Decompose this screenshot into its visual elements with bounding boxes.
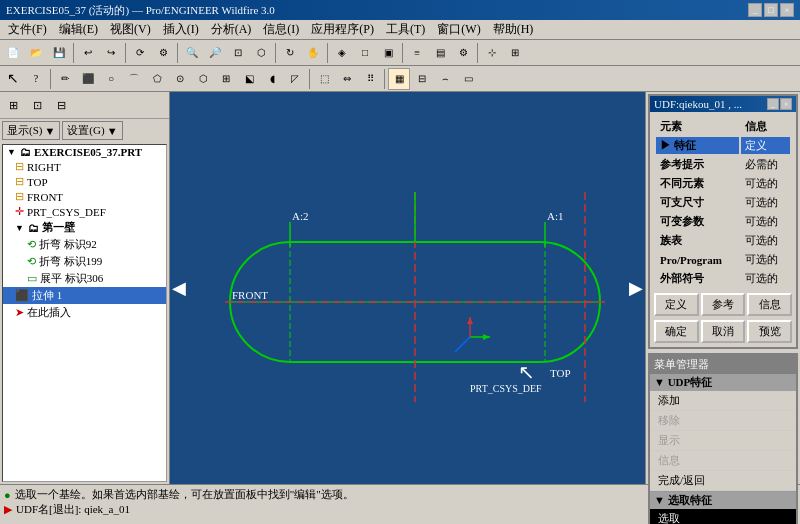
hidden-btn[interactable]: ▣ — [377, 42, 399, 64]
menu-tools[interactable]: 工具(T) — [380, 19, 431, 40]
sweep-btn[interactable]: ⌒ — [123, 68, 145, 90]
smt-flat-btn[interactable]: ▭ — [457, 68, 479, 90]
menu-analysis[interactable]: 分析(A) — [205, 19, 258, 40]
shell-btn[interactable]: ⬡ — [192, 68, 214, 90]
undo-btn[interactable]: ↩ — [77, 42, 99, 64]
save-btn[interactable]: 💾 — [48, 42, 70, 64]
smt-cut-btn[interactable]: ⊟ — [411, 68, 433, 90]
pan-btn[interactable]: ✋ — [302, 42, 324, 64]
settings-dropdown[interactable]: 设置(G) ▼ — [62, 121, 122, 140]
cut-btn[interactable]: ⬚ — [313, 68, 335, 90]
maximize-button[interactable]: □ — [764, 3, 778, 17]
redo-btn[interactable]: ↪ — [100, 42, 122, 64]
tree-icon-root: 🗂 — [20, 146, 31, 158]
select-btn[interactable]: ↖ — [2, 68, 24, 90]
expand-root: ▼ — [7, 147, 17, 157]
tree-icon3[interactable]: ⊟ — [50, 94, 72, 116]
udf-info-btn[interactable]: 信息 — [747, 293, 792, 316]
open-btn[interactable]: 📂 — [25, 42, 47, 64]
viewport[interactable]: ◀ ▶ A:2 A:1 FRONT — [170, 92, 645, 484]
pattern-btn[interactable]: ⠿ — [359, 68, 381, 90]
menu-window[interactable]: 窗口(W) — [431, 19, 486, 40]
menu-edit[interactable]: 编辑(E) — [53, 19, 104, 40]
model-btn[interactable]: ▤ — [429, 42, 451, 64]
shade-btn[interactable]: ◈ — [331, 42, 353, 64]
help-btn[interactable]: ? — [25, 68, 47, 90]
mirror-btn[interactable]: ⇔ — [336, 68, 358, 90]
tree-item-top[interactable]: ⊟ TOP — [3, 174, 166, 189]
tree-icon-flat306: ▭ — [27, 272, 37, 285]
tree-item-root[interactable]: ▼ 🗂 EXERCISE05_37.PRT — [3, 145, 166, 159]
layer-btn[interactable]: ≡ — [406, 42, 428, 64]
tree-icon-bend199: ⟲ — [27, 255, 36, 268]
mm-remove: 移除 — [650, 411, 796, 431]
menu-help[interactable]: 帮助(H) — [487, 19, 540, 40]
zoom-in-btn[interactable]: 🔍 — [181, 42, 203, 64]
udf-row-feature[interactable]: ▶ 特征 定义 — [656, 137, 790, 154]
tree-item-prt-csys[interactable]: ✛ PRT_CSYS_DEF — [3, 204, 166, 219]
mm-add[interactable]: 添加 — [650, 391, 796, 411]
tree-item-bend92[interactable]: ⟲ 折弯 标识92 — [3, 236, 166, 253]
revolve-btn[interactable]: ○ — [100, 68, 122, 90]
viewport-svg: A:2 A:1 FRONT TOP PRT_CSYS_DEF — [170, 92, 645, 484]
svg-text:PRT_CSYS_DEF: PRT_CSYS_DEF — [470, 383, 542, 394]
sketch-btn[interactable]: ✏ — [54, 68, 76, 90]
extrude-btn[interactable]: ⬛ — [77, 68, 99, 90]
menu-file[interactable]: 文件(F) — [2, 19, 53, 40]
tree-item-wall[interactable]: ▼ 🗂 第一壁 — [3, 219, 166, 236]
mm-section-udp: ▼ UDP特征 添加 移除 显示 信息 完成/返回 — [650, 374, 796, 492]
tree-icon2[interactable]: ⊡ — [26, 94, 48, 116]
new-btn[interactable]: 📄 — [2, 42, 24, 64]
orient-btn[interactable]: ⊹ — [481, 42, 503, 64]
tree-item-front[interactable]: ⊟ FRONT — [3, 189, 166, 204]
config-btn[interactable]: ⚙ — [452, 42, 474, 64]
display-dropdown[interactable]: 显示(S) ▼ — [2, 121, 60, 140]
tree-icon1[interactable]: ⊞ — [2, 94, 24, 116]
menu-insert[interactable]: 插入(I) — [157, 19, 205, 40]
rib-btn[interactable]: ⊞ — [215, 68, 237, 90]
tree-icon-csys: ✛ — [15, 205, 24, 218]
udf-row-symbol: 外部符号可选的 — [656, 270, 790, 287]
udf-minimize[interactable]: _ — [767, 98, 779, 110]
title-bar: EXERCISE05_37 (活动的) — Pro/ENGINEER Wildf… — [0, 0, 800, 20]
draft-btn[interactable]: ⬕ — [238, 68, 260, 90]
tree-item-bend199[interactable]: ⟲ 折弯 标识199 — [3, 253, 166, 270]
menu-info[interactable]: 信息(I) — [257, 19, 305, 40]
chamfer-btn[interactable]: ◸ — [284, 68, 306, 90]
sep4 — [275, 43, 276, 63]
smt-bend-btn[interactable]: ⌢ — [434, 68, 456, 90]
menu-apps[interactable]: 应用程序(P) — [305, 19, 380, 40]
menu-view[interactable]: 视图(V) — [104, 19, 157, 40]
zoom-out-btn[interactable]: 🔎 — [204, 42, 226, 64]
udf-close[interactable]: × — [780, 98, 792, 110]
udf-feature-value: 定义 — [741, 137, 790, 154]
main-layout: ⊞ ⊡ ⊟ 显示(S) ▼ 设置(G) ▼ ▼ 🗂 EXERCISE05_37.… — [0, 92, 800, 484]
udf-preview-btn[interactable]: 预览 — [747, 320, 792, 343]
blend-btn[interactable]: ⬠ — [146, 68, 168, 90]
udf-ok-btn[interactable]: 确定 — [654, 320, 699, 343]
minimize-button[interactable]: _ — [748, 3, 762, 17]
param-btn[interactable]: ⚙ — [152, 42, 174, 64]
udf-title-text: UDF:qiekou_01 , ... — [654, 98, 742, 110]
tree-item-stretch1[interactable]: ⬛ 拉伸 1 — [3, 287, 166, 304]
udf-ref-btn[interactable]: 参考 — [701, 293, 746, 316]
fit-btn[interactable]: ⊡ — [227, 42, 249, 64]
udf-define-btn[interactable]: 定义 — [654, 293, 699, 316]
tree-item-right[interactable]: ⊟ RIGHT — [3, 159, 166, 174]
rotate-btn[interactable]: ↻ — [279, 42, 301, 64]
close-button[interactable]: × — [780, 3, 794, 17]
left-toolbar: ⊞ ⊡ ⊟ — [0, 92, 169, 119]
hole-btn[interactable]: ⊙ — [169, 68, 191, 90]
tree-item-insert[interactable]: ➤ 在此插入 — [3, 304, 166, 321]
round-btn[interactable]: ◖ — [261, 68, 283, 90]
view3d-btn[interactable]: ⬡ — [250, 42, 272, 64]
wire-btn[interactable]: □ — [354, 42, 376, 64]
udf-row-ref: 参考提示必需的 — [656, 156, 790, 173]
regen-btn[interactable]: ⟳ — [129, 42, 151, 64]
view2-btn[interactable]: ⊞ — [504, 42, 526, 64]
tree-icon-bend92: ⟲ — [27, 238, 36, 251]
smt-wall-btn[interactable]: ▦ — [388, 68, 410, 90]
display-label: 显示(S) — [7, 123, 42, 138]
udf-cancel-btn[interactable]: 取消 — [701, 320, 746, 343]
tree-item-flat306[interactable]: ▭ 展平 标识306 — [3, 270, 166, 287]
